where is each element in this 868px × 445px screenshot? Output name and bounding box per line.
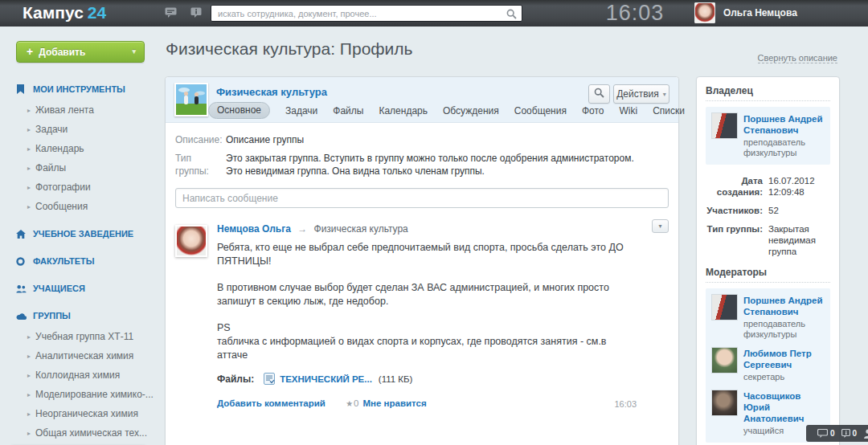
circle-icon [16,257,27,266]
info-count: 0 [853,429,858,438]
section-my-tools: МОИ ИНСТРУМЕНТЫ ▸Живая лента ▸Задачи ▸Ка… [0,84,153,212]
post-target-link[interactable]: Физическая культура [314,223,408,235]
page-title: Физическая культура: Профиль [166,39,413,59]
sidebar-item-group-inorganic[interactable]: ▸Неорганическая химия [0,409,153,419]
tab-lists[interactable]: Списки [653,105,685,116]
group-profile-card: Физическая культура Основное Задачи Файл… [165,76,679,445]
attached-file-link[interactable]: ТЕХНИЧЕСКИЙ РЕ... [280,374,372,384]
group-avatar[interactable] [174,83,208,116]
sidebar-item-my-tools[interactable]: МОИ ИНСТРУМЕНТЫ [0,84,153,95]
bookmark-icon [16,84,27,94]
avatar[interactable] [712,348,737,373]
owner-heading: Владелец [706,85,830,101]
sidebar-item-photos[interactable]: ▸Фотографии [0,182,153,193]
attached-file-size: (111 КБ) [379,374,413,384]
plus-icon: + [27,45,33,58]
person-role: преподаватель физкультуры [743,137,824,158]
info-icon [841,429,853,438]
sidebar-item-groups[interactable]: ГРУППЫ [0,310,153,321]
avatar[interactable] [712,390,737,415]
moderator-row: Любимов Петр Сергеевич секретарь [712,348,824,382]
messages-icon[interactable] [165,7,177,18]
tab-calendar[interactable]: Календарь [379,105,428,116]
global-search [211,5,522,22]
section-label: ФАКУЛЬТЕТЫ [33,256,95,266]
description-value: Описание группы [226,133,304,146]
avatar[interactable] [712,295,737,320]
app-logo[interactable]: Кампус24 [23,3,106,22]
home-icon [16,230,27,239]
sidebar-item-tasks[interactable]: ▸Задачи [0,125,153,135]
post-author-avatar[interactable] [175,225,207,257]
bullet-icon: ▸ [27,184,31,191]
global-search-input[interactable] [211,6,501,21]
actions-button-label: Действия [616,88,659,100]
logo-accent: 24 [88,3,106,22]
tab-files[interactable]: Файлы [333,105,363,116]
tab-wiki[interactable]: Wiki [619,105,637,116]
sidebar-item-messages[interactable]: ▸Сообщения [0,202,153,212]
user-avatar[interactable] [694,2,715,23]
post-paragraph: табличка с информацией о видах спорта и … [217,335,637,362]
group-type-label: Тип группы: [175,152,226,178]
document-icon[interactable] [264,373,275,385]
user-name[interactable]: Ольга Немцова [723,7,797,18]
cloud-icon [16,312,27,320]
tab-tasks[interactable]: Задачи [285,105,317,116]
actions-button[interactable]: Действия ▾ [613,84,669,104]
sidebar-item-institution[interactable]: УЧЕБНОЕ ЗАВЕДЕНИЕ [0,228,153,239]
bullet-icon: ▸ [27,145,31,153]
sidebar-item-calendar[interactable]: ▸Календарь [0,144,153,154]
search-icon[interactable] [506,8,517,22]
post-timestamp: 16:03 [614,399,637,409]
group-type-value: Это закрытая группа. Вступить в группу м… [226,152,634,178]
person-name-link[interactable]: Поршнев Андрей Степанович [743,113,824,136]
sidebar-item-group-analytical[interactable]: ▸Аналитическая химия [0,351,153,361]
post-collapse-button[interactable]: ▾ [652,219,669,233]
section-groups: ГРУППЫ ▸Учебная группа ХТ-11 ▸Аналитичес… [0,310,153,445]
collapse-description-link[interactable]: Свернуть описание [758,53,837,63]
section-label: УЧАЩИЕСЯ [33,284,85,293]
sidebar-item-students[interactable]: УЧАЩИЕСЯ [0,283,153,294]
sidebar-item-files[interactable]: ▸Файлы [0,163,153,174]
sidebar-item-live-feed[interactable]: ▸Живая лента [0,105,153,116]
section-label: ГРУППЫ [33,311,71,320]
sidebar-item-group-modeling[interactable]: ▸Моделирование химико-... [0,390,153,400]
group-meta: Дата создания: 16.07.2012 12:09:48 Участ… [706,175,830,257]
files-label: Файлы: [217,374,254,385]
people-icon [16,284,27,293]
person-name-link[interactable]: Любимов Петр Сергеевич [743,348,824,370]
star-icon[interactable]: ★ [346,399,353,408]
sidebar-item-group-xt11[interactable]: ▸Учебная группа ХТ-11 [0,332,153,342]
widget-people-button[interactable] [863,429,868,439]
tab-discussions[interactable]: Обсуждения [443,105,499,116]
members-count-label: Участников: [706,205,763,216]
group-description: Описание: Описание группы Тип группы: Эт… [166,123,678,178]
group-search-button[interactable] [588,84,610,104]
avatar[interactable] [712,113,737,138]
sidebar-item-group-general[interactable]: ▸Общая химическая тех... [0,428,153,439]
widget-chat-button[interactable]: 0 [817,429,835,438]
sidebar-item-faculties[interactable]: ФАКУЛЬТЕТЫ [0,255,153,267]
add-comment-link[interactable]: Добавить комментарий [217,398,326,408]
widget-info-button[interactable]: 0 [841,429,858,438]
arrow-right-icon: → [297,223,307,235]
chat-icon [817,429,830,438]
add-button[interactable]: +Добавить ▾ [16,41,145,63]
chat-count: 0 [830,429,835,438]
person-name-link[interactable]: Часовщиков Юрий Анатолиевич [743,390,824,424]
group-type-label: Тип группы: [706,223,763,257]
person-name-link[interactable]: Поршнев Андрей Степанович [743,295,824,317]
owner-row: Поршнев Андрей Степанович преподаватель … [712,113,824,158]
post-author-link[interactable]: Немцова Ольга [217,223,291,235]
tab-main[interactable]: Основное [208,102,270,119]
notifications-icon[interactable] [190,7,203,18]
sidebar-item-group-colloid[interactable]: ▸Коллоидная химия [0,370,153,381]
created-label: Дата создания: [706,175,763,198]
like-link[interactable]: Мне нравится [363,398,427,408]
tab-messages[interactable]: Сообщения [514,105,567,116]
write-message-input[interactable] [175,188,669,208]
tab-photo[interactable]: Фото [582,105,604,116]
group-name[interactable]: Физическая культура [216,86,327,98]
bullet-icon: ▸ [27,391,31,398]
